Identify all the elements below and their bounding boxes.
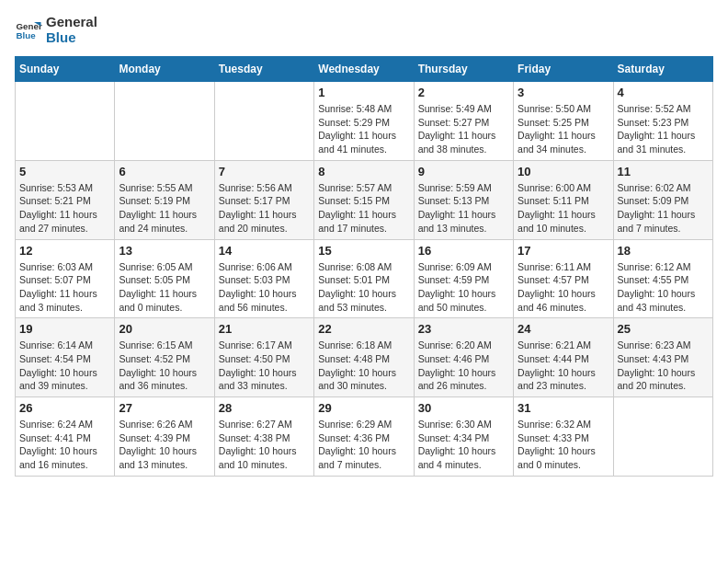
day-info: Sunrise: 5:48 AM Sunset: 5:29 PM Dayligh…	[318, 102, 409, 156]
day-info: Sunrise: 5:56 AM Sunset: 5:17 PM Dayligh…	[219, 181, 310, 236]
day-number: 25	[618, 322, 709, 336]
day-number: 23	[418, 322, 509, 336]
calendar-week-4: 19Sunrise: 6:14 AM Sunset: 4:54 PM Dayli…	[16, 318, 713, 397]
day-info: Sunrise: 6:30 AM Sunset: 4:34 PM Dayligh…	[418, 418, 509, 472]
day-number: 15	[318, 244, 409, 258]
logo: General Blue General Blue	[15, 15, 97, 45]
weekday-header-sunday: Sunday	[16, 57, 115, 82]
calendar-cell	[214, 82, 313, 161]
day-info: Sunrise: 6:17 AM Sunset: 4:50 PM Dayligh…	[219, 339, 310, 393]
day-info: Sunrise: 6:14 AM Sunset: 4:54 PM Dayligh…	[19, 339, 110, 393]
day-info: Sunrise: 6:08 AM Sunset: 5:01 PM Dayligh…	[318, 260, 409, 315]
day-number: 18	[618, 244, 709, 258]
calendar-cell: 19Sunrise: 6:14 AM Sunset: 4:54 PM Dayli…	[16, 318, 115, 397]
calendar-cell	[16, 82, 115, 161]
day-number: 4	[618, 86, 709, 99]
day-info: Sunrise: 6:00 AM Sunset: 5:11 PM Dayligh…	[518, 181, 609, 236]
calendar-cell: 12Sunrise: 6:03 AM Sunset: 5:07 PM Dayli…	[16, 239, 115, 318]
calendar-cell: 16Sunrise: 6:09 AM Sunset: 4:59 PM Dayli…	[414, 239, 513, 318]
day-info: Sunrise: 5:50 AM Sunset: 5:25 PM Dayligh…	[518, 102, 609, 156]
calendar-cell: 20Sunrise: 6:15 AM Sunset: 4:52 PM Dayli…	[115, 318, 214, 397]
day-info: Sunrise: 6:09 AM Sunset: 4:59 PM Dayligh…	[418, 260, 509, 315]
calendar-week-1: 1Sunrise: 5:48 AM Sunset: 5:29 PM Daylig…	[16, 82, 713, 161]
day-number: 14	[219, 244, 310, 258]
day-info: Sunrise: 6:03 AM Sunset: 5:07 PM Dayligh…	[19, 260, 110, 315]
day-number: 13	[119, 244, 210, 258]
calendar-cell: 7Sunrise: 5:56 AM Sunset: 5:17 PM Daylig…	[214, 160, 313, 239]
calendar-cell: 4Sunrise: 5:52 AM Sunset: 5:23 PM Daylig…	[613, 82, 712, 161]
calendar-body: 1Sunrise: 5:48 AM Sunset: 5:29 PM Daylig…	[16, 82, 713, 477]
day-number: 28	[219, 401, 310, 415]
logo-icon: General Blue	[15, 17, 42, 44]
calendar-cell: 8Sunrise: 5:57 AM Sunset: 5:15 PM Daylig…	[314, 160, 414, 239]
calendar-cell: 23Sunrise: 6:20 AM Sunset: 4:46 PM Dayli…	[414, 318, 513, 397]
calendar-cell: 9Sunrise: 5:59 AM Sunset: 5:13 PM Daylig…	[414, 160, 513, 239]
day-number: 2	[418, 86, 509, 99]
calendar-cell: 10Sunrise: 6:00 AM Sunset: 5:11 PM Dayli…	[514, 160, 613, 239]
calendar-cell: 28Sunrise: 6:27 AM Sunset: 4:38 PM Dayli…	[214, 397, 313, 477]
day-info: Sunrise: 5:57 AM Sunset: 5:15 PM Dayligh…	[318, 181, 409, 236]
calendar-cell: 17Sunrise: 6:11 AM Sunset: 4:57 PM Dayli…	[514, 239, 613, 318]
calendar-cell: 2Sunrise: 5:49 AM Sunset: 5:27 PM Daylig…	[414, 82, 513, 161]
calendar-cell	[613, 397, 712, 477]
day-number: 29	[318, 401, 409, 415]
calendar-cell: 26Sunrise: 6:24 AM Sunset: 4:41 PM Dayli…	[16, 397, 115, 477]
day-info: Sunrise: 6:20 AM Sunset: 4:46 PM Dayligh…	[418, 339, 509, 393]
calendar-cell: 22Sunrise: 6:18 AM Sunset: 4:48 PM Dayli…	[314, 318, 414, 397]
calendar-cell: 27Sunrise: 6:26 AM Sunset: 4:39 PM Dayli…	[115, 397, 214, 477]
day-number: 19	[19, 322, 110, 336]
calendar-cell: 3Sunrise: 5:50 AM Sunset: 5:25 PM Daylig…	[514, 82, 613, 161]
day-info: Sunrise: 5:49 AM Sunset: 5:27 PM Dayligh…	[418, 102, 509, 156]
calendar-week-2: 5Sunrise: 5:53 AM Sunset: 5:21 PM Daylig…	[16, 160, 713, 239]
day-number: 9	[418, 165, 509, 178]
calendar-cell: 29Sunrise: 6:29 AM Sunset: 4:36 PM Dayli…	[314, 397, 414, 477]
weekday-header-tuesday: Tuesday	[214, 57, 313, 82]
calendar-cell: 14Sunrise: 6:06 AM Sunset: 5:03 PM Dayli…	[214, 239, 313, 318]
day-number: 31	[518, 401, 609, 415]
day-info: Sunrise: 6:15 AM Sunset: 4:52 PM Dayligh…	[119, 339, 210, 393]
day-info: Sunrise: 6:27 AM Sunset: 4:38 PM Dayligh…	[219, 418, 310, 472]
day-info: Sunrise: 5:52 AM Sunset: 5:23 PM Dayligh…	[618, 102, 709, 156]
weekday-header-wednesday: Wednesday	[314, 57, 414, 82]
day-number: 30	[418, 401, 509, 415]
day-number: 16	[418, 244, 509, 258]
day-number: 6	[119, 165, 210, 178]
day-info: Sunrise: 6:18 AM Sunset: 4:48 PM Dayligh…	[318, 339, 409, 393]
weekday-header-friday: Friday	[514, 57, 613, 82]
day-info: Sunrise: 6:06 AM Sunset: 5:03 PM Dayligh…	[219, 260, 310, 315]
calendar-cell: 13Sunrise: 6:05 AM Sunset: 5:05 PM Dayli…	[115, 239, 214, 318]
weekday-header-row: SundayMondayTuesdayWednesdayThursdayFrid…	[16, 57, 713, 82]
day-info: Sunrise: 5:55 AM Sunset: 5:19 PM Dayligh…	[119, 181, 210, 236]
day-info: Sunrise: 6:29 AM Sunset: 4:36 PM Dayligh…	[318, 418, 409, 472]
day-number: 20	[119, 322, 210, 336]
day-number: 10	[518, 165, 609, 178]
day-info: Sunrise: 6:02 AM Sunset: 5:09 PM Dayligh…	[618, 181, 709, 236]
weekday-header-saturday: Saturday	[613, 57, 712, 82]
day-number: 24	[518, 322, 609, 336]
calendar-cell: 30Sunrise: 6:30 AM Sunset: 4:34 PM Dayli…	[414, 397, 513, 477]
day-number: 27	[119, 401, 210, 415]
page-header: General Blue General Blue	[15, 15, 713, 45]
day-number: 7	[219, 165, 310, 178]
calendar-cell: 18Sunrise: 6:12 AM Sunset: 4:55 PM Dayli…	[613, 239, 712, 318]
day-info: Sunrise: 6:32 AM Sunset: 4:33 PM Dayligh…	[518, 418, 609, 472]
day-number: 3	[518, 86, 609, 99]
day-info: Sunrise: 6:05 AM Sunset: 5:05 PM Dayligh…	[119, 260, 210, 315]
day-number: 5	[19, 165, 110, 178]
day-number: 12	[19, 244, 110, 258]
day-number: 8	[318, 165, 409, 178]
calendar-cell: 1Sunrise: 5:48 AM Sunset: 5:29 PM Daylig…	[314, 82, 414, 161]
calendar-cell: 24Sunrise: 6:21 AM Sunset: 4:44 PM Dayli…	[514, 318, 613, 397]
calendar-cell: 31Sunrise: 6:32 AM Sunset: 4:33 PM Dayli…	[514, 397, 613, 477]
day-info: Sunrise: 6:24 AM Sunset: 4:41 PM Dayligh…	[19, 418, 110, 472]
day-number: 21	[219, 322, 310, 336]
day-number: 26	[19, 401, 110, 415]
calendar-week-3: 12Sunrise: 6:03 AM Sunset: 5:07 PM Dayli…	[16, 239, 713, 318]
day-info: Sunrise: 6:12 AM Sunset: 4:55 PM Dayligh…	[618, 260, 709, 315]
calendar-cell: 15Sunrise: 6:08 AM Sunset: 5:01 PM Dayli…	[314, 239, 414, 318]
day-info: Sunrise: 5:59 AM Sunset: 5:13 PM Dayligh…	[418, 181, 509, 236]
day-info: Sunrise: 6:21 AM Sunset: 4:44 PM Dayligh…	[518, 339, 609, 393]
day-info: Sunrise: 6:23 AM Sunset: 4:43 PM Dayligh…	[618, 339, 709, 393]
calendar-table: SundayMondayTuesdayWednesdayThursdayFrid…	[15, 56, 713, 477]
calendar-cell	[115, 82, 214, 161]
